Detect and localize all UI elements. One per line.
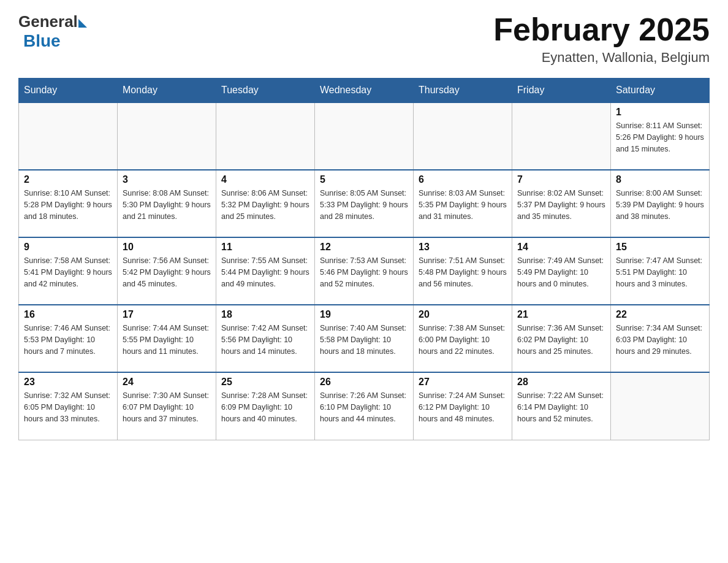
- calendar-day-cell: 17Sunrise: 7:44 AM Sunset: 5:55 PM Dayli…: [118, 305, 216, 372]
- day-info: Sunrise: 7:53 AM Sunset: 5:46 PM Dayligh…: [320, 255, 408, 289]
- logo-blue-text: Blue: [23, 31, 61, 51]
- calendar-day-cell: 15Sunrise: 7:47 AM Sunset: 5:51 PM Dayli…: [611, 237, 710, 305]
- calendar-day-cell: 26Sunrise: 7:26 AM Sunset: 6:10 PM Dayli…: [315, 372, 414, 440]
- day-number: 16: [24, 309, 112, 320]
- day-number: 4: [221, 174, 309, 185]
- day-number: 5: [320, 174, 408, 185]
- day-info: Sunrise: 7:47 AM Sunset: 5:51 PM Dayligh…: [616, 255, 704, 289]
- weekday-header-sunday: Sunday: [19, 79, 118, 103]
- day-number: 7: [517, 174, 605, 185]
- calendar-day-cell: 22Sunrise: 7:34 AM Sunset: 6:03 PM Dayli…: [611, 305, 710, 372]
- calendar-day-cell: [512, 102, 611, 170]
- calendar-day-cell: 8Sunrise: 8:00 AM Sunset: 5:39 PM Daylig…: [611, 170, 710, 237]
- logo: General Blue: [18, 12, 87, 51]
- calendar-week-row: 9Sunrise: 7:58 AM Sunset: 5:41 PM Daylig…: [19, 237, 710, 305]
- day-info: Sunrise: 8:10 AM Sunset: 5:28 PM Dayligh…: [24, 188, 112, 222]
- day-info: Sunrise: 8:08 AM Sunset: 5:30 PM Dayligh…: [123, 188, 211, 222]
- calendar-day-cell: 25Sunrise: 7:28 AM Sunset: 6:09 PM Dayli…: [216, 372, 315, 440]
- calendar-table: SundayMondayTuesdayWednesdayThursdayFrid…: [18, 78, 710, 440]
- day-info: Sunrise: 8:02 AM Sunset: 5:37 PM Dayligh…: [517, 188, 605, 222]
- calendar-week-row: 1Sunrise: 8:11 AM Sunset: 5:26 PM Daylig…: [19, 102, 710, 170]
- day-info: Sunrise: 7:49 AM Sunset: 5:49 PM Dayligh…: [517, 255, 605, 289]
- calendar-day-cell: 12Sunrise: 7:53 AM Sunset: 5:46 PM Dayli…: [315, 237, 414, 305]
- day-info: Sunrise: 7:34 AM Sunset: 6:03 PM Dayligh…: [616, 323, 704, 357]
- page-header: General Blue February 2025 Eynatten, Wal…: [18, 12, 710, 66]
- calendar-day-cell: 16Sunrise: 7:46 AM Sunset: 5:53 PM Dayli…: [19, 305, 118, 372]
- calendar-day-cell: 23Sunrise: 7:32 AM Sunset: 6:05 PM Dayli…: [19, 372, 118, 440]
- calendar-day-cell: 5Sunrise: 8:05 AM Sunset: 5:33 PM Daylig…: [315, 170, 414, 237]
- day-info: Sunrise: 7:55 AM Sunset: 5:44 PM Dayligh…: [221, 255, 309, 289]
- day-info: Sunrise: 7:28 AM Sunset: 6:09 PM Dayligh…: [221, 390, 309, 424]
- calendar-day-cell: 20Sunrise: 7:38 AM Sunset: 6:00 PM Dayli…: [414, 305, 512, 372]
- calendar-week-row: 2Sunrise: 8:10 AM Sunset: 5:28 PM Daylig…: [19, 170, 710, 237]
- day-info: Sunrise: 7:32 AM Sunset: 6:05 PM Dayligh…: [24, 390, 112, 424]
- day-info: Sunrise: 8:11 AM Sunset: 5:26 PM Dayligh…: [616, 120, 704, 155]
- day-number: 2: [24, 174, 112, 185]
- day-info: Sunrise: 7:40 AM Sunset: 5:58 PM Dayligh…: [320, 323, 408, 357]
- calendar-day-cell: 24Sunrise: 7:30 AM Sunset: 6:07 PM Dayli…: [118, 372, 216, 440]
- calendar-day-cell: [414, 102, 512, 170]
- weekday-header-wednesday: Wednesday: [315, 79, 414, 103]
- calendar-day-cell: 19Sunrise: 7:40 AM Sunset: 5:58 PM Dayli…: [315, 305, 414, 372]
- calendar-day-cell: 7Sunrise: 8:02 AM Sunset: 5:37 PM Daylig…: [512, 170, 611, 237]
- calendar-day-cell: 2Sunrise: 8:10 AM Sunset: 5:28 PM Daylig…: [19, 170, 118, 237]
- day-number: 19: [320, 309, 408, 320]
- calendar-week-row: 16Sunrise: 7:46 AM Sunset: 5:53 PM Dayli…: [19, 305, 710, 372]
- location-subtitle: Eynatten, Wallonia, Belgium: [493, 50, 710, 66]
- day-number: 10: [123, 242, 211, 253]
- weekday-header-thursday: Thursday: [414, 79, 512, 103]
- day-number: 20: [419, 309, 507, 320]
- day-info: Sunrise: 7:24 AM Sunset: 6:12 PM Dayligh…: [419, 390, 507, 424]
- logo-general-text: General: [18, 12, 78, 31]
- day-number: 24: [123, 377, 211, 388]
- day-number: 1: [616, 107, 704, 118]
- day-number: 11: [221, 242, 309, 253]
- calendar-day-cell: [216, 102, 315, 170]
- calendar-day-cell: 14Sunrise: 7:49 AM Sunset: 5:49 PM Dayli…: [512, 237, 611, 305]
- day-number: 23: [24, 377, 112, 388]
- calendar-day-cell: [611, 372, 710, 440]
- calendar-day-cell: 18Sunrise: 7:42 AM Sunset: 5:56 PM Dayli…: [216, 305, 315, 372]
- day-number: 15: [616, 242, 704, 253]
- day-info: Sunrise: 7:46 AM Sunset: 5:53 PM Dayligh…: [24, 323, 112, 357]
- day-number: 13: [419, 242, 507, 253]
- logo-arrow-icon: [78, 19, 87, 28]
- calendar-day-cell: 6Sunrise: 8:03 AM Sunset: 5:35 PM Daylig…: [414, 170, 512, 237]
- day-number: 9: [24, 242, 112, 253]
- day-info: Sunrise: 7:22 AM Sunset: 6:14 PM Dayligh…: [517, 390, 605, 424]
- day-info: Sunrise: 7:42 AM Sunset: 5:56 PM Dayligh…: [221, 323, 309, 357]
- calendar-day-cell: 27Sunrise: 7:24 AM Sunset: 6:12 PM Dayli…: [414, 372, 512, 440]
- day-number: 21: [517, 309, 605, 320]
- calendar-day-cell: 9Sunrise: 7:58 AM Sunset: 5:41 PM Daylig…: [19, 237, 118, 305]
- day-info: Sunrise: 8:00 AM Sunset: 5:39 PM Dayligh…: [616, 188, 704, 222]
- day-info: Sunrise: 7:58 AM Sunset: 5:41 PM Dayligh…: [24, 255, 112, 289]
- calendar-day-cell: [19, 102, 118, 170]
- day-info: Sunrise: 8:06 AM Sunset: 5:32 PM Dayligh…: [221, 188, 309, 222]
- calendar-day-cell: 3Sunrise: 8:08 AM Sunset: 5:30 PM Daylig…: [118, 170, 216, 237]
- day-number: 28: [517, 377, 605, 388]
- calendar-day-cell: 11Sunrise: 7:55 AM Sunset: 5:44 PM Dayli…: [216, 237, 315, 305]
- calendar-day-cell: [315, 102, 414, 170]
- calendar-week-row: 23Sunrise: 7:32 AM Sunset: 6:05 PM Dayli…: [19, 372, 710, 440]
- day-info: Sunrise: 8:03 AM Sunset: 5:35 PM Dayligh…: [419, 188, 507, 222]
- day-number: 14: [517, 242, 605, 253]
- calendar-day-cell: 28Sunrise: 7:22 AM Sunset: 6:14 PM Dayli…: [512, 372, 611, 440]
- day-number: 27: [419, 377, 507, 388]
- weekday-header-monday: Monday: [118, 79, 216, 103]
- calendar-day-cell: [118, 102, 216, 170]
- title-section: February 2025 Eynatten, Wallonia, Belgiu…: [493, 12, 710, 66]
- calendar-day-cell: 4Sunrise: 8:06 AM Sunset: 5:32 PM Daylig…: [216, 170, 315, 237]
- day-info: Sunrise: 7:38 AM Sunset: 6:00 PM Dayligh…: [419, 323, 507, 357]
- day-number: 18: [221, 309, 309, 320]
- calendar-day-cell: 1Sunrise: 8:11 AM Sunset: 5:26 PM Daylig…: [611, 102, 710, 170]
- weekday-header-tuesday: Tuesday: [216, 79, 315, 103]
- weekday-header-saturday: Saturday: [611, 79, 710, 103]
- month-year-title: February 2025: [493, 12, 710, 47]
- day-number: 22: [616, 309, 704, 320]
- day-number: 12: [320, 242, 408, 253]
- day-info: Sunrise: 7:56 AM Sunset: 5:42 PM Dayligh…: [123, 255, 211, 289]
- calendar-day-cell: 21Sunrise: 7:36 AM Sunset: 6:02 PM Dayli…: [512, 305, 611, 372]
- weekday-header-row: SundayMondayTuesdayWednesdayThursdayFrid…: [19, 79, 710, 103]
- day-info: Sunrise: 7:36 AM Sunset: 6:02 PM Dayligh…: [517, 323, 605, 357]
- weekday-header-friday: Friday: [512, 79, 611, 103]
